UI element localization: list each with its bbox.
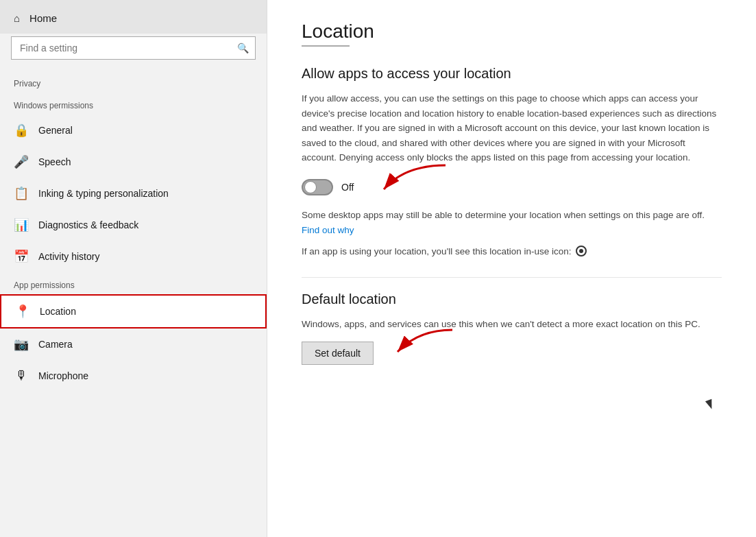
sidebar-home-label: Home	[29, 12, 57, 24]
sidebar-item-diagnostics[interactable]: 📊 Diagnostics & feedback	[0, 209, 267, 241]
windows-permissions-label: Windows permissions	[0, 93, 267, 115]
desktop-apps-note-text: Some desktop apps may still be able to d…	[302, 210, 705, 220]
location-icon-note-text: If an app is using your location, you'll…	[302, 246, 572, 256]
sidebar-item-general-label: General	[38, 125, 73, 136]
sidebar-item-camera[interactable]: 📷 Camera	[0, 329, 267, 360]
section1-heading: Allow apps to access your location	[302, 66, 722, 82]
sidebar-item-general[interactable]: 🔒 General	[0, 115, 267, 146]
set-default-button[interactable]: Set default	[302, 342, 374, 365]
default-location-annotation-container: Windows, apps, and services can use this…	[302, 317, 722, 365]
section2-heading: Default location	[302, 291, 722, 307]
microphone-icon: 🎙	[14, 368, 29, 383]
sidebar-item-location[interactable]: 📍 Location	[0, 294, 267, 329]
location-icon-note: If an app is using your location, you'll…	[302, 246, 722, 256]
speech-icon: 🎤	[14, 154, 29, 169]
toggle-row: Off	[302, 179, 722, 195]
find-out-why-link[interactable]: Find out why	[302, 225, 354, 235]
desktop-apps-note: Some desktop apps may still be able to d…	[302, 208, 722, 237]
privacy-label: Privacy	[0, 71, 267, 93]
home-icon: ⌂	[14, 12, 20, 24]
sidebar-item-activity[interactable]: 📅 Activity history	[0, 241, 267, 272]
toggle-label: Off	[341, 182, 354, 193]
sidebar-item-inking[interactable]: 📋 Inking & typing personalization	[0, 178, 267, 209]
main-content: Location Allow apps to access your locat…	[267, 0, 756, 537]
sidebar-item-speech[interactable]: 🎤 Speech	[0, 146, 267, 178]
search-icon: 🔍	[237, 43, 249, 53]
toggle-knob	[304, 181, 317, 193]
location-toggle[interactable]	[302, 179, 333, 195]
sidebar-item-activity-label: Activity history	[38, 251, 99, 262]
page-title: Location	[302, 21, 722, 43]
sidebar-item-inking-label: Inking & typing personalization	[38, 188, 169, 199]
search-input[interactable]	[11, 36, 256, 60]
sidebar-item-speech-label: Speech	[38, 156, 71, 167]
sidebar-item-diagnostics-label: Diagnostics & feedback	[38, 219, 138, 230]
diagnostics-icon: 📊	[14, 217, 29, 232]
sidebar-item-location-label: Location	[40, 306, 76, 317]
sidebar: ⌂ Home 🔍 Privacy Windows permissions 🔒 G…	[0, 0, 267, 537]
sidebar-item-microphone-label: Microphone	[38, 370, 88, 381]
inking-icon: 📋	[14, 186, 29, 201]
lock-icon: 🔒	[14, 123, 29, 138]
section-divider	[302, 277, 722, 278]
camera-icon: 📷	[14, 337, 29, 352]
location-in-use-icon	[576, 246, 587, 256]
sidebar-item-microphone[interactable]: 🎙 Microphone	[0, 360, 267, 391]
default-location-desc: Windows, apps, and services can use this…	[302, 317, 722, 332]
page-title-underline	[302, 45, 350, 47]
location-icon: 📍	[15, 304, 30, 319]
app-permissions-label: App permissions	[0, 272, 267, 294]
toggle-annotation-container: Off	[302, 179, 722, 195]
sidebar-item-camera-label: Camera	[38, 339, 73, 350]
activity-icon: 📅	[14, 249, 29, 264]
sidebar-home-item[interactable]: ⌂ Home	[0, 0, 267, 34]
sidebar-search-container: 🔍	[11, 36, 256, 60]
section1-description: If you allow access, you can use the set…	[302, 91, 722, 165]
